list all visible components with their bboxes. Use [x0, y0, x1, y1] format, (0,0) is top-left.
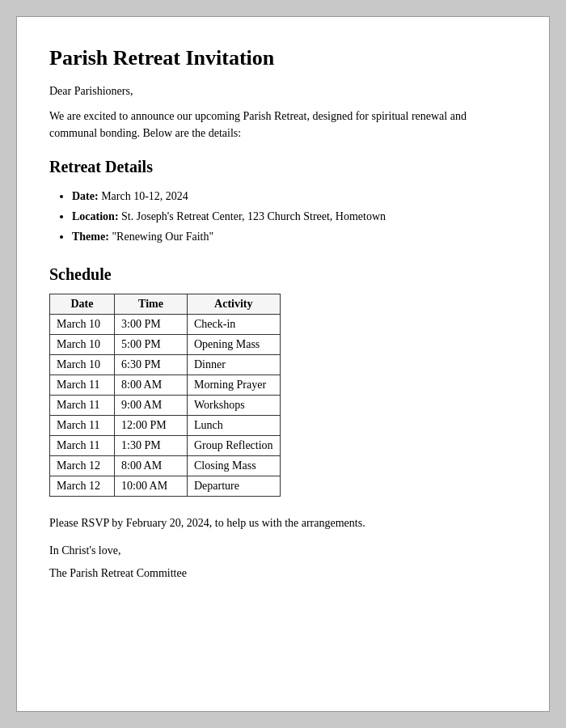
- location-label: Location:: [72, 210, 119, 222]
- rsvp-text: Please RSVP by February 20, 2024, to hel…: [49, 514, 517, 531]
- cell-activity: Workshops: [188, 395, 281, 415]
- theme-value: "Renewing Our Faith": [112, 231, 213, 243]
- col-time-header: Time: [115, 294, 188, 314]
- schedule-heading: Schedule: [49, 265, 517, 284]
- cell-activity: Check-in: [188, 314, 281, 334]
- cell-activity: Opening Mass: [188, 334, 281, 354]
- cell-time: 9:00 AM: [115, 395, 188, 415]
- table-row: March 118:00 AMMorning Prayer: [50, 375, 281, 395]
- list-item: Location: St. Joseph's Retreat Center, 1…: [72, 206, 517, 226]
- table-row: March 119:00 AMWorkshops: [50, 395, 281, 415]
- cell-time: 8:00 AM: [115, 455, 188, 476]
- list-item: Theme: "Renewing Our Faith": [72, 226, 517, 247]
- table-header-row: Date Time Activity: [50, 294, 281, 314]
- cell-time: 6:30 PM: [115, 354, 188, 375]
- table-row: March 106:30 PMDinner: [50, 354, 281, 375]
- list-item: Date: March 10-12, 2024: [72, 186, 517, 206]
- col-activity-header: Activity: [188, 294, 281, 314]
- intro-text: We are excited to announce our upcoming …: [49, 108, 517, 142]
- cell-time: 12:00 PM: [115, 415, 188, 435]
- cell-date: March 10: [50, 354, 115, 375]
- cell-date: March 11: [50, 415, 115, 435]
- cell-date: March 12: [50, 476, 115, 496]
- schedule-table: Date Time Activity March 103:00 PMCheck-…: [49, 294, 281, 497]
- table-row: March 1210:00 AMDeparture: [50, 476, 281, 496]
- cell-time: 3:00 PM: [115, 314, 188, 334]
- table-row: March 105:00 PMOpening Mass: [50, 334, 281, 354]
- main-title: Parish Retreat Invitation: [49, 46, 517, 70]
- cell-time: 1:30 PM: [115, 435, 188, 455]
- cell-date: March 11: [50, 395, 115, 415]
- table-row: March 103:00 PMCheck-in: [50, 314, 281, 334]
- cell-date: March 10: [50, 334, 115, 354]
- document-page: Parish Retreat Invitation Dear Parishion…: [16, 16, 550, 712]
- cell-activity: Dinner: [188, 354, 281, 375]
- cell-date: March 12: [50, 455, 115, 476]
- cell-time: 10:00 AM: [115, 476, 188, 496]
- closing-line: In Christ's love,: [49, 544, 517, 557]
- cell-time: 8:00 AM: [115, 375, 188, 395]
- cell-activity: Closing Mass: [188, 455, 281, 476]
- cell-activity: Departure: [188, 476, 281, 496]
- col-date-header: Date: [50, 294, 115, 314]
- cell-date: March 11: [50, 435, 115, 455]
- table-row: March 128:00 AMClosing Mass: [50, 455, 281, 476]
- retreat-details-heading: Retreat Details: [49, 158, 517, 176]
- greeting-text: Dear Parishioners,: [49, 85, 517, 98]
- signature-text: The Parish Retreat Committee: [49, 567, 517, 580]
- theme-label: Theme:: [72, 231, 109, 243]
- table-row: March 1112:00 PMLunch: [50, 415, 281, 435]
- cell-activity: Morning Prayer: [188, 375, 281, 395]
- date-value: March 10-12, 2024: [101, 190, 188, 202]
- cell-time: 5:00 PM: [115, 334, 188, 354]
- cell-activity: Lunch: [188, 415, 281, 435]
- cell-date: March 11: [50, 375, 115, 395]
- date-label: Date:: [72, 190, 99, 202]
- table-row: March 111:30 PMGroup Reflection: [50, 435, 281, 455]
- cell-activity: Group Reflection: [188, 435, 281, 455]
- location-value: St. Joseph's Retreat Center, 123 Church …: [121, 210, 386, 222]
- cell-date: March 10: [50, 314, 115, 334]
- retreat-details-list: Date: March 10-12, 2024 Location: St. Jo…: [72, 186, 517, 248]
